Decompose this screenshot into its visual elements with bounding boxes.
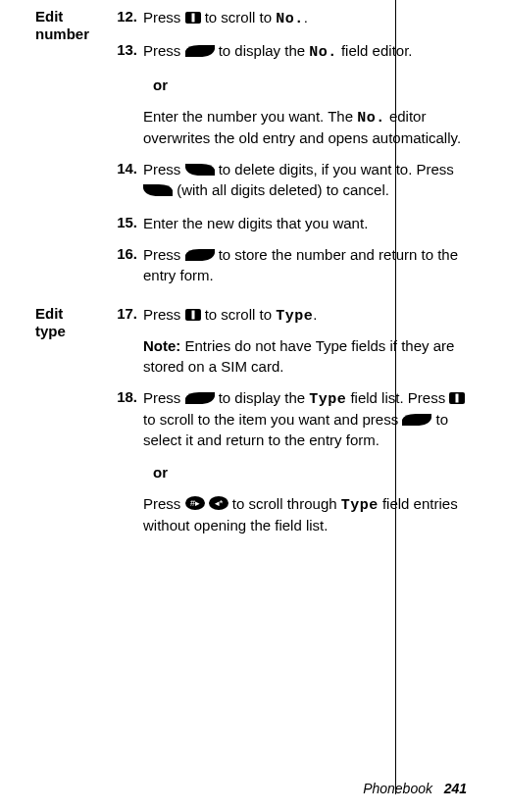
text: Press bbox=[143, 9, 185, 25]
scroll-key-icon bbox=[185, 306, 201, 326]
section-edit-type: Edit type 17. Press to scroll to Type. N… bbox=[35, 305, 467, 547]
steps-edit-type: 17. Press to scroll to Type. Note: Entri… bbox=[114, 305, 467, 547]
step-body: Press to store the number and return to … bbox=[143, 245, 467, 285]
text: Enter the new digits that you want. bbox=[143, 215, 368, 231]
text: Press bbox=[143, 495, 185, 512]
footer-section: Phonebook bbox=[363, 781, 432, 796]
right-softkey-icon bbox=[402, 411, 431, 431]
step-number: 17. bbox=[114, 305, 143, 377]
scroll-key-icon bbox=[185, 9, 201, 28]
step-14: 14. Press to delete digits, if you want … bbox=[114, 160, 467, 201]
left-softkey-icon bbox=[143, 181, 173, 201]
step-number: 15. bbox=[114, 214, 143, 233]
text: . bbox=[304, 9, 308, 25]
text: field list. Press bbox=[350, 389, 449, 406]
footer-page-number: 241 bbox=[444, 781, 467, 796]
svg-rect-1 bbox=[191, 13, 194, 22]
or-label: or bbox=[153, 76, 467, 95]
text: to delete digits, if you want to. Press bbox=[219, 161, 454, 178]
field-name: No. bbox=[276, 11, 304, 27]
field-name: No. bbox=[357, 110, 385, 127]
vertical-rule bbox=[395, 0, 396, 794]
step-body: Press to scroll to No.. bbox=[143, 8, 467, 29]
step-18: 18. Press to display the Type field list… bbox=[114, 388, 467, 535]
step-number: 12. bbox=[114, 8, 143, 29]
text: Press bbox=[143, 389, 185, 406]
note-label: Note: bbox=[143, 337, 180, 354]
scroll-key-icon bbox=[449, 389, 465, 409]
svg-text:#▸: #▸ bbox=[190, 498, 200, 508]
step-17: 17. Press to scroll to Type. Note: Entri… bbox=[114, 305, 467, 377]
text: to scroll to the item you want and press bbox=[143, 411, 402, 428]
page: Edit number 12. Press to scroll to No.. … bbox=[0, 0, 506, 812]
right-softkey-icon bbox=[185, 42, 215, 62]
note-text: Entries do not have Type fields if they … bbox=[143, 337, 454, 374]
step-body: Press to scroll to Type. Note: Entries d… bbox=[143, 305, 467, 377]
text: field editor. bbox=[341, 42, 413, 59]
text: to scroll to bbox=[205, 9, 277, 25]
text: . bbox=[313, 306, 317, 323]
or-label: or bbox=[153, 463, 467, 482]
step-12: 12. Press to scroll to No.. bbox=[114, 8, 467, 29]
text: (with all digits deleted) to cancel. bbox=[177, 181, 389, 198]
step-16: 16. Press to store the number and return… bbox=[114, 245, 467, 285]
hash-key-icon: #▸ bbox=[185, 495, 205, 515]
step-body: Press to display the Type field list. Pr… bbox=[143, 388, 467, 535]
heading-line1: Edit bbox=[35, 8, 63, 25]
right-softkey-icon bbox=[185, 246, 215, 266]
svg-rect-3 bbox=[191, 311, 194, 320]
svg-rect-5 bbox=[456, 393, 459, 402]
steps-edit-number: 12. Press to scroll to No.. 13. Press to… bbox=[114, 8, 467, 297]
step-body: Enter the new digits that you want. bbox=[143, 214, 467, 233]
text: to display the bbox=[219, 389, 310, 406]
step-number: 13. bbox=[114, 41, 143, 148]
right-softkey-icon bbox=[185, 389, 215, 409]
side-heading-edit-type: Edit type bbox=[35, 305, 114, 547]
heading-line1: Edit bbox=[35, 305, 63, 322]
step-number: 16. bbox=[114, 245, 143, 285]
step-body: Press to delete digits, if you want to. … bbox=[143, 160, 467, 201]
field-name: Type bbox=[276, 308, 313, 325]
field-name: No. bbox=[309, 44, 337, 61]
field-name: Type bbox=[309, 391, 346, 408]
page-footer: Phonebook 241 bbox=[363, 781, 467, 796]
text: Press bbox=[143, 161, 185, 178]
svg-text:◂*: ◂* bbox=[214, 498, 223, 508]
section-edit-number: Edit number 12. Press to scroll to No.. … bbox=[35, 8, 467, 297]
text: Press bbox=[143, 246, 185, 263]
step-number: 14. bbox=[114, 160, 143, 201]
text: to scroll through bbox=[232, 495, 341, 512]
star-key-icon: ◂* bbox=[209, 495, 228, 515]
text: to scroll to bbox=[205, 306, 277, 323]
heading-line2: type bbox=[35, 323, 66, 339]
heading-line2: number bbox=[35, 25, 89, 42]
side-heading-edit-number: Edit number bbox=[35, 8, 114, 297]
left-softkey-icon bbox=[185, 161, 215, 180]
text: Press bbox=[143, 306, 185, 323]
step-15: 15. Enter the new digits that you want. bbox=[114, 214, 467, 233]
field-name: Type bbox=[341, 497, 379, 514]
text: Press bbox=[143, 42, 185, 59]
step-13: 13. Press to display the No. field edito… bbox=[114, 41, 467, 148]
text: to display the bbox=[219, 42, 310, 59]
step-number: 18. bbox=[114, 388, 143, 535]
step-body: Press to display the No. field editor. o… bbox=[143, 41, 467, 148]
text: Enter the number you want. The bbox=[143, 108, 357, 125]
